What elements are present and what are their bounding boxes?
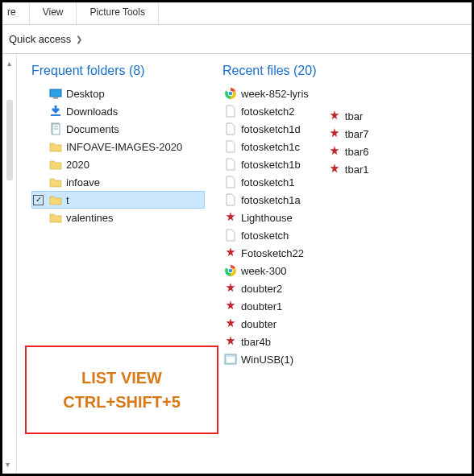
file-label: fotosketch1c <box>241 141 300 153</box>
file-label: tbar6 <box>345 146 369 158</box>
recent-files-group: Recent files (20) week-852-lyrisfotosket… <box>222 64 465 467</box>
file-label: fotosketch1a <box>241 194 301 206</box>
file-label: doubter1 <box>241 300 282 313</box>
folder-icon <box>49 193 62 206</box>
file-item[interactable]: fotosketch1 <box>222 173 310 191</box>
file-label: fotosketch2 <box>241 106 295 118</box>
folder-label: 2020 <box>66 159 89 171</box>
file-label: WinUSB(1) <box>241 354 293 366</box>
documents-icon <box>49 122 62 135</box>
file-item[interactable]: tbar <box>326 107 371 125</box>
file-label: tbar <box>345 110 363 122</box>
breadcrumb-bar[interactable]: Quick access ❯ <box>2 25 472 54</box>
irfan-icon <box>328 110 341 122</box>
folder-icon <box>49 176 62 188</box>
irfan-icon <box>328 145 341 158</box>
scroll-down-icon[interactable]: ▾ <box>6 460 10 469</box>
file-item[interactable]: tbar1 <box>326 160 371 178</box>
file-item[interactable]: fotosketch1d <box>222 120 310 138</box>
folder-item[interactable]: infoave <box>31 173 205 191</box>
breadcrumb-location: Quick access <box>9 33 71 45</box>
file-label: fotosketch1b <box>241 159 301 171</box>
annotation-line2: CTRL+SHIFT+5 <box>63 390 181 414</box>
scroll-thumb[interactable] <box>6 100 13 180</box>
folder-item[interactable]: Downloads <box>31 102 205 120</box>
folder-item[interactable]: Documents <box>31 120 205 138</box>
irfan-icon <box>328 127 341 140</box>
app-icon <box>224 353 237 366</box>
folder-label: valentines <box>66 212 114 224</box>
file-icon <box>224 140 237 153</box>
file-icon <box>224 122 237 135</box>
irfan-icon <box>328 163 341 176</box>
folder-item[interactable]: 2020 <box>31 155 205 173</box>
file-item[interactable]: tbar4b <box>222 333 310 350</box>
file-item[interactable]: doubter2 <box>222 279 310 297</box>
file-item[interactable]: Fotosketch22 <box>222 244 310 262</box>
file-item[interactable]: Lighthouse <box>222 209 310 226</box>
file-item[interactable]: fotosketch2 <box>222 102 310 120</box>
folder-item[interactable]: valentines <box>31 209 205 226</box>
file-item[interactable]: doubter1 <box>222 297 310 315</box>
irfan-icon <box>224 211 237 224</box>
file-label: tbar4b <box>241 336 271 348</box>
file-label: tbar7 <box>345 128 369 140</box>
file-label: week-300 <box>241 265 286 277</box>
tab-share[interactable]: re <box>2 2 30 24</box>
folder-label: Documents <box>66 123 119 135</box>
file-icon <box>224 176 237 188</box>
folder-label: INFOAVE-IMAGES-2020 <box>66 141 182 153</box>
file-item[interactable]: doubter <box>222 315 310 333</box>
file-item[interactable]: week-852-lyris <box>222 85 310 102</box>
file-icon <box>224 193 237 206</box>
chevron-right-icon: ❯ <box>76 35 82 43</box>
file-item[interactable]: fotosketch1a <box>222 191 310 209</box>
file-label: doubter2 <box>241 283 282 295</box>
tab-picture-tools[interactable]: Picture Tools <box>77 2 158 24</box>
file-icon <box>224 158 237 171</box>
irfan-icon <box>224 317 237 330</box>
file-label: Fotosketch22 <box>241 247 304 259</box>
desktop-icon <box>49 87 62 100</box>
file-icon <box>224 229 237 242</box>
folder-icon <box>49 158 62 171</box>
folder-label: infoave <box>66 176 100 188</box>
file-label: week-852-lyris <box>241 88 309 100</box>
ribbon-tabs: re View Picture Tools <box>2 2 472 25</box>
file-label: fotosketch1d <box>241 123 301 135</box>
nav-pane-divider: ▴ ▾ <box>2 54 17 474</box>
chrome-icon <box>224 264 237 277</box>
folder-item[interactable]: INFOAVE-IMAGES-2020 <box>31 138 205 155</box>
file-item[interactable]: WinUSB(1) <box>222 350 310 368</box>
file-label: fotosketch <box>241 230 289 242</box>
tab-view[interactable]: View <box>30 2 77 24</box>
file-label: tbar1 <box>345 163 369 176</box>
file-label: doubter <box>241 318 276 330</box>
file-icon <box>224 105 237 118</box>
recent-files-heading: Recent files (20) <box>222 64 465 78</box>
file-item[interactable]: fotosketch1c <box>222 138 310 155</box>
download-icon <box>49 105 62 118</box>
folder-label: Downloads <box>66 106 118 118</box>
folder-item[interactable]: Desktop <box>31 85 205 102</box>
irfan-icon <box>224 300 237 313</box>
file-item[interactable]: tbar7 <box>326 125 371 143</box>
checkbox[interactable]: ✓ <box>33 195 44 205</box>
annotation-overlay: LIST VIEW CTRL+SHIFT+5 <box>25 346 218 434</box>
irfan-icon <box>224 246 237 259</box>
chrome-icon <box>224 87 237 100</box>
file-item[interactable]: fotosketch1b <box>222 155 310 173</box>
annotation-line1: LIST VIEW <box>81 366 162 390</box>
file-item[interactable]: week-300 <box>222 262 310 279</box>
irfan-icon <box>224 335 237 348</box>
irfan-icon <box>224 282 237 295</box>
folder-item[interactable]: ✓t <box>31 191 205 209</box>
scroll-up-icon[interactable]: ▴ <box>2 59 16 68</box>
folder-icon <box>49 140 62 153</box>
file-item[interactable]: tbar6 <box>326 143 371 160</box>
folder-label: t <box>66 194 69 206</box>
file-item[interactable]: fotosketch <box>222 226 310 244</box>
frequent-folders-heading: Frequent folders (8) <box>31 64 205 78</box>
folder-icon <box>49 211 62 224</box>
folder-label: Desktop <box>66 88 105 100</box>
